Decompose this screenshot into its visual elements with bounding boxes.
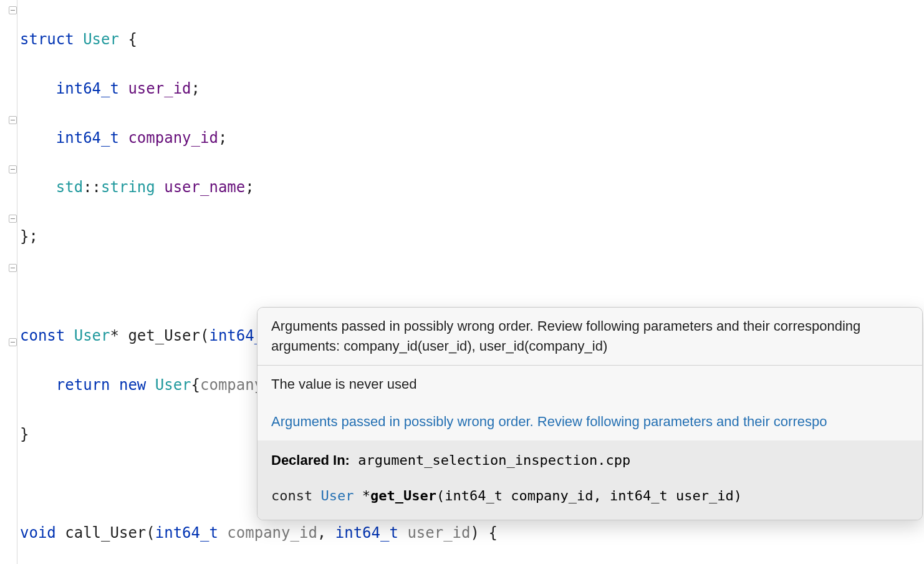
- code-line[interactable]: void call_User(int64_t company_id, int64…: [20, 521, 924, 546]
- ns-std: std: [56, 178, 83, 196]
- field-company-id: company_id: [128, 129, 218, 147]
- gutter: [0, 0, 17, 564]
- sig-type: User: [320, 488, 354, 503]
- code-line[interactable]: int64_t user_id;: [20, 77, 924, 102]
- declared-in-label: Declared In:: [271, 452, 350, 468]
- fold-toggle-icon[interactable]: [9, 116, 17, 124]
- param-company-id: company_id: [227, 524, 317, 542]
- keyword-void: void: [20, 524, 56, 542]
- type-string: string: [101, 178, 155, 196]
- sig-params: (int64_t company_id, int64_t user_id): [436, 488, 742, 503]
- inspection-link[interactable]: Arguments passed in possibly wrong order…: [257, 403, 922, 440]
- type-int64: int64_t: [56, 129, 119, 147]
- code-line-blank[interactable]: [20, 275, 924, 299]
- code-line[interactable]: std::string user_name;: [20, 175, 924, 200]
- fold-toggle-icon[interactable]: [9, 6, 17, 14]
- fold-toggle-icon[interactable]: [9, 338, 17, 346]
- code-line[interactable]: };: [20, 225, 924, 250]
- type-int64: int64_t: [56, 80, 119, 97]
- param-user-id: user_id: [407, 524, 470, 542]
- field-user-id: user_id: [128, 80, 191, 97]
- sig-fn: get_User: [370, 488, 436, 503]
- type-user: User: [155, 376, 191, 394]
- fold-toggle-icon[interactable]: [9, 264, 17, 272]
- code-line[interactable]: int64_t company_id;: [20, 126, 924, 151]
- inspection-message-secondary: The value is never used: [257, 366, 922, 403]
- declared-in-file: argument_selection_inspection.cpp: [358, 452, 630, 468]
- fold-toggle-icon[interactable]: [9, 215, 17, 223]
- declaration-panel: Declared In: argument_selection_inspecti…: [257, 440, 922, 520]
- fold-toggle-icon[interactable]: [9, 165, 17, 173]
- keyword-new: new: [119, 376, 146, 394]
- fn-call-user: call_User: [65, 524, 146, 542]
- sig-const: const: [271, 488, 312, 503]
- declaration-signature: const User *get_User(int64_t company_id,…: [271, 486, 908, 506]
- brace: {: [119, 31, 137, 48]
- fn-get-user: get_User: [128, 327, 200, 344]
- type-user: User: [83, 31, 119, 48]
- type-int64: int64_t: [155, 524, 218, 542]
- sig-star: *: [354, 488, 370, 503]
- code-editor[interactable]: struct User { int64_t user_id; int64_t c…: [0, 0, 924, 564]
- keyword-const: const: [20, 327, 65, 344]
- brace-close: }: [20, 425, 29, 443]
- code-line[interactable]: struct User {: [20, 27, 924, 52]
- inspection-popup[interactable]: Arguments passed in possibly wrong order…: [257, 307, 923, 520]
- keyword-return: return: [56, 376, 110, 394]
- type-user: User: [74, 327, 110, 344]
- inspection-message-primary: Arguments passed in possibly wrong order…: [257, 308, 922, 365]
- field-user-name: user_name: [164, 178, 245, 196]
- type-int64: int64_t: [335, 524, 398, 542]
- brace-close: };: [20, 228, 38, 245]
- keyword-struct: struct: [20, 31, 74, 48]
